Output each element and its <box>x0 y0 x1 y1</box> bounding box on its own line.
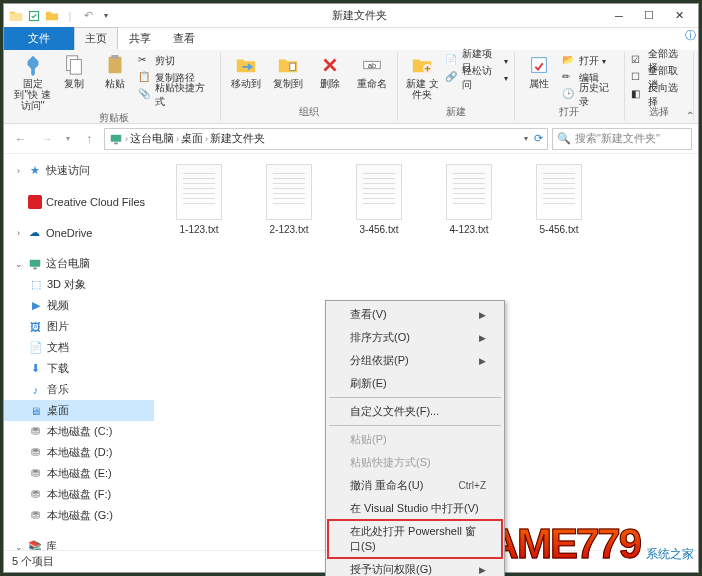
titlebar: | ↶ ▾ 新建文件夹 ─ ☐ ✕ <box>4 4 698 28</box>
svg-rect-9 <box>532 58 547 73</box>
pin-to-quick-access-button[interactable]: 固定到"快 速访问" <box>14 53 51 111</box>
txt-file-icon <box>446 164 492 220</box>
sidebar-disk-g[interactable]: ⛃本地磁盘 (G:) <box>4 505 154 526</box>
ctx-undo-rename[interactable]: 撤消 重命名(U)Ctrl+Z <box>328 474 502 497</box>
svg-rect-5 <box>289 63 295 70</box>
pc-icon <box>109 132 123 146</box>
disk-icon: ⛃ <box>28 445 43 460</box>
crumb-pc[interactable]: 这台电脑 <box>130 131 174 146</box>
crumb-desktop[interactable]: 桌面 <box>181 131 203 146</box>
ctx-customize[interactable]: 自定义文件夹(F)... <box>328 400 502 423</box>
sidebar-disk-e[interactable]: ⛃本地磁盘 (E:) <box>4 463 154 484</box>
easy-access-button[interactable]: 🔗轻松访问▾ <box>445 70 508 86</box>
svg-rect-10 <box>111 134 122 141</box>
document-icon: 📄 <box>28 340 43 355</box>
onedrive-icon: ☁ <box>27 225 42 240</box>
properties-button[interactable]: 属性 <box>521 53 558 103</box>
window-title: 新建文件夹 <box>114 8 604 23</box>
tab-share[interactable]: 共享 <box>118 27 162 50</box>
svg-rect-2 <box>70 60 81 75</box>
maximize-button[interactable]: ☐ <box>634 4 664 28</box>
crumb-folder[interactable]: 新建文件夹 <box>210 131 265 146</box>
sidebar-music[interactable]: ♪音乐 <box>4 379 154 400</box>
sidebar-quick-access[interactable]: ›★快速访问 <box>4 160 154 181</box>
ribbon: 固定到"快 速访问" 复制 粘贴 ✂剪切 📋复制路径 📎粘贴快捷方式 剪贴板 <box>4 50 698 124</box>
move-to-button[interactable]: 移动到 <box>227 53 265 89</box>
sidebar-creative-cloud[interactable]: Creative Cloud Files <box>4 191 154 212</box>
music-icon: ♪ <box>28 382 43 397</box>
sidebar-this-pc[interactable]: ⌄这台电脑 <box>4 253 154 274</box>
ctx-view[interactable]: 查看(V)▶ <box>328 303 502 326</box>
sidebar-disk-d[interactable]: ⛃本地磁盘 (D:) <box>4 442 154 463</box>
ribbon-collapse-icon[interactable]: ⌃ <box>686 110 694 121</box>
item-count: 5 个项目 <box>12 554 54 569</box>
qat-properties-icon[interactable] <box>26 8 42 24</box>
file-item[interactable]: 4-123.txt <box>434 164 504 235</box>
ribbon-tabs: 文件 主页 共享 查看 ⓘ <box>4 28 698 50</box>
sidebar-documents[interactable]: 📄文档 <box>4 337 154 358</box>
ctx-group[interactable]: 分组依据(P)▶ <box>328 349 502 372</box>
cut-button[interactable]: ✂剪切 <box>138 53 214 69</box>
svg-rect-14 <box>33 267 37 269</box>
copy-button[interactable]: 复制 <box>55 53 92 111</box>
ctx-open-vs[interactable]: 在 Visual Studio 中打开(V) <box>328 497 502 520</box>
qat-dropdown-icon[interactable]: ▾ <box>98 8 114 24</box>
search-icon: 🔍 <box>557 132 571 145</box>
sidebar-onedrive[interactable]: ›☁OneDrive <box>4 222 154 243</box>
file-item[interactable]: 3-456.txt <box>344 164 414 235</box>
history-button[interactable]: 🕒历史记录 <box>562 87 618 103</box>
open-button[interactable]: 📂打开▾ <box>562 53 618 69</box>
svg-rect-3 <box>109 57 122 74</box>
ctx-open-powershell[interactable]: 在此处打开 Powershell 窗口(S) <box>328 520 502 558</box>
close-button[interactable]: ✕ <box>664 4 694 28</box>
sidebar-disk-c[interactable]: ⛃本地磁盘 (C:) <box>4 421 154 442</box>
copy-to-button[interactable]: 复制到 <box>269 53 307 89</box>
forward-button[interactable]: → <box>36 128 58 150</box>
address-dropdown-icon[interactable]: ▾ <box>524 134 528 143</box>
file-item[interactable]: 5-456.txt <box>524 164 594 235</box>
sidebar-libraries[interactable]: ⌄📚库 <box>4 536 154 550</box>
file-item[interactable]: 2-123.txt <box>254 164 324 235</box>
sidebar-pictures[interactable]: 🖼图片 <box>4 316 154 337</box>
paste-shortcut-button[interactable]: 📎粘贴快捷方式 <box>138 87 214 103</box>
disk-icon: ⛃ <box>28 466 43 481</box>
help-icon[interactable]: ⓘ <box>685 28 696 43</box>
disk-icon: ⛃ <box>28 424 43 439</box>
svg-text:ab: ab <box>367 61 375 70</box>
tab-view[interactable]: 查看 <box>162 27 206 50</box>
download-icon: ⬇ <box>28 361 43 376</box>
new-folder-button[interactable]: 新建 文件夹 <box>404 53 441 100</box>
file-item[interactable]: 1-123.txt <box>164 164 234 235</box>
search-input[interactable]: 🔍 搜索"新建文件夹" <box>552 128 692 150</box>
sidebar-downloads[interactable]: ⬇下载 <box>4 358 154 379</box>
sidebar-3d-objects[interactable]: ⬚3D 对象 <box>4 274 154 295</box>
ctx-paste: 粘贴(P) <box>328 428 502 451</box>
tab-file[interactable]: 文件 <box>4 27 74 50</box>
recent-dropdown-icon[interactable]: ▾ <box>62 128 74 150</box>
minimize-button[interactable]: ─ <box>604 4 634 28</box>
back-button[interactable]: ← <box>10 128 32 150</box>
sidebar-desktop[interactable]: 🖥桌面 <box>4 400 154 421</box>
separator <box>329 425 501 426</box>
ctx-sort[interactable]: 排序方式(O)▶ <box>328 326 502 349</box>
ctx-refresh[interactable]: 刷新(E) <box>328 372 502 395</box>
qat-new-folder-icon[interactable] <box>44 8 60 24</box>
txt-file-icon <box>356 164 402 220</box>
rename-button[interactable]: ab 重命名 <box>353 53 391 89</box>
paste-button[interactable]: 粘贴 <box>97 53 134 111</box>
qat-undo-icon[interactable]: ↶ <box>80 8 96 24</box>
refresh-icon[interactable]: ⟳ <box>534 132 543 145</box>
sidebar-disk-f[interactable]: ⛃本地磁盘 (F:) <box>4 484 154 505</box>
breadcrumb[interactable]: › 这台电脑 › 桌面 › 新建文件夹 ▾ ⟳ <box>104 128 548 150</box>
delete-button[interactable]: 删除 <box>311 53 349 89</box>
txt-file-icon <box>266 164 312 220</box>
tab-home[interactable]: 主页 <box>74 27 118 50</box>
sidebar-videos[interactable]: ▶视频 <box>4 295 154 316</box>
txt-file-icon <box>536 164 582 220</box>
chevron-right-icon: ▶ <box>479 356 486 366</box>
invert-selection-button[interactable]: ◧反向选择 <box>631 87 687 103</box>
ctx-grant-access[interactable]: 授予访问权限(G)▶ <box>328 558 502 576</box>
svg-rect-13 <box>29 259 40 266</box>
svg-rect-4 <box>112 55 119 59</box>
up-button[interactable]: ↑ <box>78 128 100 150</box>
